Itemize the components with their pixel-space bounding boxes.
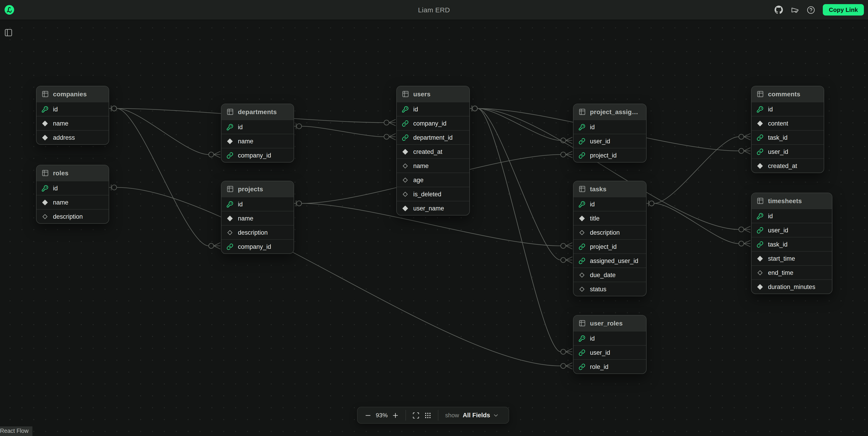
crow-foot-marker [566,363,572,369]
column-row-comments-task_id[interactable]: task_id [751,130,824,144]
column-row-tasks-assigned_user_id[interactable]: assigned_user_id [574,253,646,268]
column-row-project_assignments-id[interactable]: id [574,120,646,134]
table-header-timesheets[interactable]: timesheets [751,193,832,209]
column-row-users-is_deleted[interactable]: is_deleted [397,187,469,201]
column-name: task_id [768,241,788,248]
react-flow-attribution[interactable]: React Flow [0,427,32,436]
column-row-timesheets-start_time[interactable]: start_time [751,251,832,265]
table-node-user_roles[interactable]: user_rolesiduser_idrole_id [573,315,647,374]
column-row-tasks-project_id[interactable]: project_id [574,239,646,253]
table-header-tasks[interactable]: tasks [574,181,646,197]
cardinality-many-circle [561,364,566,368]
column-row-comments-content[interactable]: content [751,116,824,130]
column-row-projects-id[interactable]: id [221,197,293,211]
megaphone-icon[interactable] [791,6,799,14]
column-row-tasks-status[interactable]: status [574,282,646,296]
table-node-departments[interactable]: departmentsidnamecompany_id [221,104,294,162]
github-icon[interactable] [775,5,783,14]
column-name: user_name [413,205,444,212]
primary-key-icon [579,335,585,342]
column-row-project_assignments-project_id[interactable]: project_id [574,148,646,162]
column-row-roles-id[interactable]: id [36,181,109,195]
table-header-projects[interactable]: projects [221,181,293,197]
crow-foot-marker [566,151,572,158]
column-row-users-id[interactable]: id [397,102,469,116]
column-row-users-name[interactable]: name [397,158,469,173]
column-row-roles-name[interactable]: name [36,195,109,209]
table-header-companies[interactable]: companies [36,86,109,102]
column-row-projects-name[interactable]: name [221,211,293,225]
column-row-users-user_name[interactable]: user_name [397,201,469,215]
column-name: end_time [768,269,793,276]
column-name: duration_minutes [768,283,815,290]
column-row-timesheets-user_id[interactable]: user_id [751,223,832,237]
column-row-user_roles-role_id[interactable]: role_id [574,359,646,373]
cardinality-one-circle [112,106,117,111]
column-row-companies-id[interactable]: id [36,102,109,116]
table-header-comments[interactable]: comments [751,86,824,102]
column-row-projects-company_id[interactable]: company_id [221,239,293,253]
column-row-user_roles-user_id[interactable]: user_id [574,345,646,359]
tidy-up-grid-button[interactable] [422,409,434,421]
column-row-users-created_at[interactable]: created_at [397,144,469,158]
column-row-users-department_id[interactable]: department_id [397,130,469,144]
toolbar-divider [438,410,438,421]
table-header-users[interactable]: users [397,86,469,102]
column-row-departments-id[interactable]: id [221,120,293,134]
table-node-companies[interactable]: companiesidnameaddress [36,86,109,145]
column-row-comments-created_at[interactable]: created_at [751,158,824,173]
column-row-project_assignments-user_id[interactable]: user_id [574,134,646,148]
table-header-roles[interactable]: roles [36,165,109,181]
not-null-diamond-icon [756,162,764,169]
column-row-users-company_id[interactable]: company_id [397,116,469,130]
show-label: show [445,412,459,419]
column-row-projects-description[interactable]: description [221,225,293,239]
fit-view-button[interactable] [410,409,422,421]
column-row-comments-id[interactable]: id [751,102,824,116]
not-null-diamond-icon [402,148,409,155]
column-row-comments-user_id[interactable]: user_id [751,144,824,158]
foreign-key-link-icon [579,257,585,264]
copy-link-button[interactable]: Copy Link [823,4,864,15]
column-name: name [413,162,429,169]
table-header-project_assignments[interactable]: project_assignments [574,104,646,120]
crow-foot-marker [566,257,572,263]
page-title: Liam ERD [0,6,868,14]
column-name: content [768,120,788,127]
crow-foot-marker [744,133,750,140]
column-row-roles-description[interactable]: description [36,209,109,223]
column-row-timesheets-task_id[interactable]: task_id [751,237,832,251]
column-name: project_id [590,243,617,250]
table-header-departments[interactable]: departments [221,104,293,120]
table-node-comments[interactable]: commentsidcontenttask_iduser_idcreated_a… [751,86,824,173]
column-row-tasks-due_date[interactable]: due_date [574,268,646,282]
column-row-departments-company_id[interactable]: company_id [221,148,293,162]
column-row-companies-address[interactable]: address [36,130,109,144]
column-row-timesheets-duration_minutes[interactable]: duration_minutes [751,279,832,293]
help-icon[interactable] [807,6,815,14]
table-node-users[interactable]: usersidcompany_iddepartment_idcreated_at… [396,86,470,216]
column-row-timesheets-id[interactable]: id [751,209,832,223]
fields-filter-dropdown[interactable]: All Fields [463,412,499,419]
nullable-diamond-icon [756,269,764,276]
table-header-user_roles[interactable]: user_roles [574,315,646,331]
table-node-timesheets[interactable]: timesheetsiduser_idtask_idstart_timeend_… [751,193,832,294]
column-row-companies-name[interactable]: name [36,116,109,130]
table-node-roles[interactable]: rolesidnamedescription [36,165,109,224]
table-node-tasks[interactable]: tasksidtitledescriptionproject_idassigne… [573,181,647,296]
column-row-user_roles-id[interactable]: id [574,331,646,345]
table-node-projects[interactable]: projectsidnamedescriptioncompany_id [221,181,294,254]
panel-left-toggle-icon[interactable] [4,28,13,37]
cardinality-many-circle [561,152,566,157]
column-row-tasks-id[interactable]: id [574,197,646,211]
column-row-tasks-description[interactable]: description [574,225,646,239]
table-node-project_assignments[interactable]: project_assignmentsiduser_idproject_id [573,104,647,162]
zoom-in-button[interactable] [390,409,401,421]
column-row-timesheets-end_time[interactable]: end_time [751,265,832,279]
column-row-tasks-title[interactable]: title [574,211,646,225]
foreign-key-link-icon [756,134,764,141]
column-row-users-age[interactable]: age [397,173,469,187]
nullable-diamond-icon [579,229,585,236]
column-row-departments-name[interactable]: name [221,134,293,148]
zoom-out-button[interactable] [362,409,374,421]
